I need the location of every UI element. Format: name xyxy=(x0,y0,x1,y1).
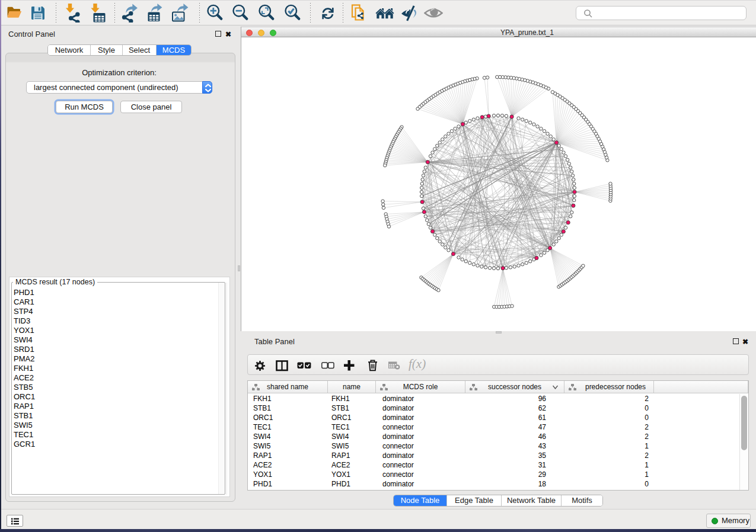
svg-text:f(x): f(x) xyxy=(409,358,426,371)
